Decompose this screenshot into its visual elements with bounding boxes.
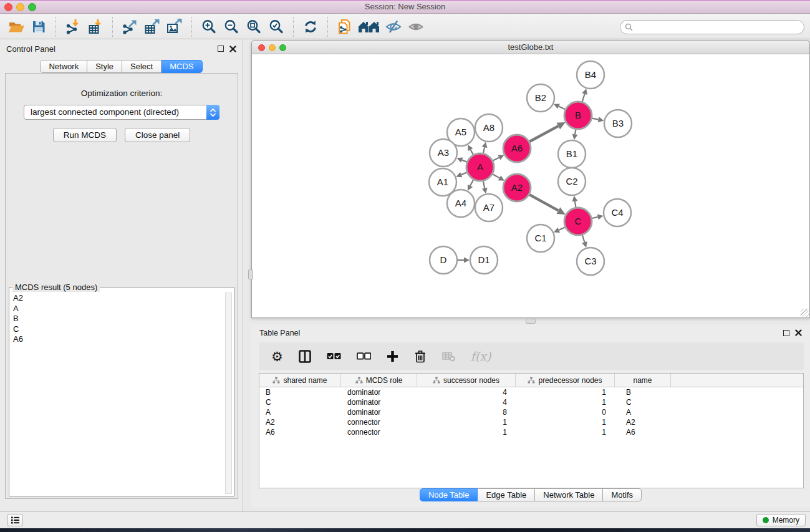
cell-predecessor-nodes[interactable]: 1: [516, 427, 615, 437]
cell-predecessor-nodes[interactable]: 0: [516, 407, 615, 417]
cell-name[interactable]: A: [615, 407, 671, 417]
column-header-MCDS-role[interactable]: MCDS role: [341, 374, 417, 387]
refresh-view-button[interactable]: [299, 16, 322, 37]
cell-name[interactable]: B: [615, 387, 671, 397]
run-mcds-button[interactable]: Run MCDS: [53, 128, 117, 142]
graph-node-A7[interactable]: A7: [475, 194, 503, 221]
column-header-successor-nodes[interactable]: successor nodes: [417, 374, 516, 387]
graph-node-D1[interactable]: D1: [470, 246, 498, 274]
result-scrollbar[interactable]: [225, 293, 232, 494]
graph-node-C1[interactable]: C1: [527, 225, 554, 252]
graph-node-A4[interactable]: A4: [447, 190, 475, 217]
network-maximize-button[interactable]: [279, 44, 286, 51]
import-table-button[interactable]: [84, 16, 107, 37]
task-history-button[interactable]: [7, 514, 23, 526]
float-panel-icon[interactable]: [218, 46, 224, 52]
search-field[interactable]: [620, 20, 804, 34]
save-session-button[interactable]: [27, 16, 50, 37]
cell-name[interactable]: C: [615, 397, 671, 407]
cell-successor-nodes[interactable]: 1: [417, 417, 516, 427]
new-network-from-selection-button[interactable]: [334, 16, 356, 37]
cell-MCDS-role[interactable]: connector: [341, 427, 417, 437]
minimize-window-button[interactable]: [16, 3, 24, 11]
splitter-handle-vertical[interactable]: [248, 269, 253, 279]
graph-node-B[interactable]: B: [564, 102, 592, 129]
deselect-all-columns-button[interactable]: [357, 352, 371, 360]
open-file-button[interactable]: [5, 16, 27, 37]
zoom-selected-button[interactable]: [265, 16, 287, 37]
close-table-panel-icon[interactable]: [795, 329, 802, 336]
tab-network-table[interactable]: Network Table: [535, 488, 603, 501]
splitter-handle-horizontal[interactable]: [526, 319, 536, 324]
graph-node-A6[interactable]: A6: [503, 135, 531, 162]
cell-MCDS-role[interactable]: dominator: [341, 397, 417, 407]
fullscreen-window-button[interactable]: [28, 3, 36, 11]
hide-graphics-details-button[interactable]: [382, 16, 405, 37]
table-row[interactable]: A6connector11A6: [259, 427, 803, 437]
close-panel-button[interactable]: Close panel: [125, 128, 190, 142]
close-panel-icon[interactable]: [229, 46, 236, 52]
float-table-panel-icon[interactable]: [783, 330, 789, 336]
export-table-button[interactable]: [141, 16, 163, 37]
graph-node-A3[interactable]: A3: [430, 139, 457, 167]
cell-successor-nodes[interactable]: 4: [417, 387, 516, 397]
column-header-predecessor-nodes[interactable]: predecessor nodes: [516, 374, 615, 387]
graph-node-B3[interactable]: B3: [604, 110, 632, 137]
graph-node-C4[interactable]: C4: [604, 199, 631, 226]
network-window-titlebar[interactable]: testGlobe.txt: [252, 41, 809, 54]
cell-shared-name[interactable]: B: [259, 387, 341, 397]
graph-node-A[interactable]: A: [466, 153, 494, 181]
graph-node-D[interactable]: D: [430, 246, 457, 274]
column-settings-button[interactable]: ⚙: [271, 350, 283, 363]
window-resize-grip[interactable]: [801, 309, 809, 317]
graph-node-C2[interactable]: C2: [558, 168, 586, 195]
cell-predecessor-nodes[interactable]: 1: [516, 387, 615, 397]
cell-MCDS-role[interactable]: connector: [341, 417, 417, 427]
close-window-button[interactable]: [4, 3, 12, 11]
export-image-button[interactable]: [163, 16, 186, 37]
cell-name[interactable]: A2: [615, 417, 671, 427]
tab-edge-table[interactable]: Edge Table: [478, 488, 535, 501]
zoom-in-button[interactable]: [198, 16, 220, 37]
cell-successor-nodes[interactable]: 8: [417, 407, 516, 417]
column-header-shared-name[interactable]: shared name: [259, 374, 341, 387]
tab-mcds[interactable]: MCDS: [162, 60, 202, 73]
graph-node-A2[interactable]: A2: [503, 174, 531, 201]
graph-node-A8[interactable]: A8: [475, 114, 503, 142]
graph-node-C3[interactable]: C3: [577, 248, 604, 275]
tab-motifs[interactable]: Motifs: [603, 488, 642, 501]
graph-node-B2[interactable]: B2: [527, 84, 554, 112]
export-network-button[interactable]: [118, 16, 141, 37]
show-welcome-screen-button[interactable]: [356, 16, 382, 37]
mcds-result-item[interactable]: A: [11, 304, 224, 314]
graph-node-B4[interactable]: B4: [577, 61, 604, 89]
mcds-result-item[interactable]: A2: [11, 293, 224, 304]
network-canvas[interactable]: B4B2BB3A8A5A6A3B1AC2A1A2A4A7C4CC1C3DD1: [252, 55, 809, 318]
table-row[interactable]: A2connector11A2: [259, 417, 803, 427]
cell-name[interactable]: A6: [615, 427, 671, 437]
tab-style[interactable]: Style: [87, 60, 122, 73]
memory-button[interactable]: Memory: [756, 514, 806, 526]
cell-shared-name[interactable]: A6: [259, 427, 341, 437]
graph-node-C[interactable]: C: [564, 208, 592, 235]
cell-predecessor-nodes[interactable]: 1: [516, 397, 615, 407]
cell-shared-name[interactable]: C: [259, 397, 341, 407]
zoom-out-button[interactable]: [220, 16, 243, 37]
select-all-columns-button[interactable]: [327, 352, 341, 360]
criterion-dropdown[interactable]: largest connected component (directed): [24, 105, 219, 120]
table-row[interactable]: Adominator80A: [259, 407, 803, 417]
cell-shared-name[interactable]: A: [259, 407, 341, 417]
tab-network[interactable]: Network: [40, 60, 87, 73]
cell-shared-name[interactable]: A2: [259, 417, 341, 427]
graph-node-B1[interactable]: B1: [558, 140, 586, 168]
mcds-result-item[interactable]: C: [11, 324, 224, 335]
cell-successor-nodes[interactable]: 1: [417, 427, 516, 437]
zoom-fit-button[interactable]: [243, 16, 265, 37]
delete-columns-button[interactable]: [414, 350, 427, 363]
search-input[interactable]: [635, 23, 804, 32]
import-network-button[interactable]: [62, 16, 84, 37]
cell-predecessor-nodes[interactable]: 1: [516, 417, 615, 427]
cell-MCDS-role[interactable]: dominator: [341, 387, 417, 397]
tab-node-table[interactable]: Node Table: [420, 488, 478, 501]
network-close-button[interactable]: [258, 44, 265, 51]
